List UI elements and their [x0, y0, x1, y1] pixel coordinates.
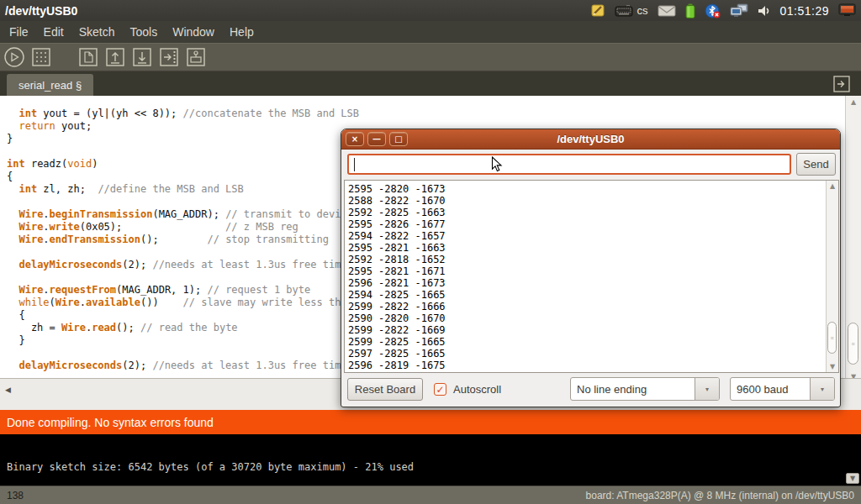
baud-rate-value: 9600 baud	[731, 378, 810, 400]
mail-icon[interactable]	[658, 5, 676, 17]
chevron-down-icon[interactable]: ▾	[810, 378, 834, 400]
tab-bar: serial_read §	[0, 71, 861, 96]
upload-button[interactable]	[158, 46, 180, 68]
grip-icon: ≡	[851, 343, 854, 345]
menu-item-edit[interactable]: Edit	[38, 23, 70, 41]
serial-line: 2594 -2825 -1665	[348, 289, 821, 301]
text-caret	[354, 158, 355, 171]
network-icon[interactable]	[730, 3, 748, 18]
menu-item-tools[interactable]: Tools	[124, 23, 164, 41]
grip-icon: ≡	[830, 337, 833, 339]
send-button[interactable]: Send	[796, 153, 836, 176]
window-controls: × — □	[346, 132, 408, 146]
save-sketch-button[interactable]	[131, 46, 153, 68]
serial-line: 2597 -2825 -1665	[348, 348, 821, 360]
line-ending-select[interactable]: No line ending ▾	[570, 377, 720, 401]
serial-monitor-controls: Reset Board ✓ Autoscroll No line ending …	[341, 373, 840, 408]
serial-line: 2595 -2821 -1671	[348, 265, 821, 277]
system-tray: cs 01:51:29	[591, 3, 857, 18]
serial-line: 2595 -2826 -1677	[348, 218, 821, 230]
verify-button[interactable]	[3, 46, 25, 68]
board-info: board: ATmega328P(A) @ 8 MHz (internal) …	[586, 490, 854, 501]
serial-line: 2599 -2822 -1669	[348, 324, 821, 336]
serial-line: 2592 -2825 -1663	[348, 207, 821, 218]
clock[interactable]: 01:51:29	[780, 4, 830, 18]
open-sketch-button[interactable]	[104, 46, 126, 68]
serial-line: 2595 -2820 -1673	[348, 183, 821, 195]
serial-vertical-scrollbar[interactable]: ▲ ≡ ▼	[826, 181, 838, 372]
scroll-up-icon[interactable]: ▲	[846, 97, 861, 108]
tab-menu-icon[interactable]	[832, 75, 851, 93]
serial-monitor-titlebar[interactable]: /dev/ttyUSB0 × — □	[341, 129, 840, 150]
new-sketch-button[interactable]	[77, 46, 99, 68]
line-ending-value: No line ending	[571, 378, 695, 400]
scroll-left-icon[interactable]: ◀	[5, 386, 11, 394]
top-panel: /dev/ttyUSB0 cs 01:51:29	[0, 0, 861, 21]
keyboard-layout-icon[interactable]	[615, 5, 633, 17]
serial-line: 2599 -2822 -1666	[348, 301, 821, 312]
compile-status-bar: Done compiling. No syntax errors found	[0, 410, 861, 434]
keyboard-layout-label[interactable]: cs	[637, 4, 648, 17]
serial-monitor-window: /dev/ttyUSB0 × — □ Send 2595 -2820 -1673…	[341, 129, 841, 407]
tab-label: serial_read §	[18, 79, 82, 92]
serial-line: 2592 -2818 -1652	[348, 254, 821, 265]
serial-line: 2596 -2819 -1675	[348, 360, 821, 371]
serial-monitor-button[interactable]	[185, 46, 207, 68]
mouse-cursor	[491, 156, 503, 176]
autoscroll-checkbox[interactable]: ✓	[434, 383, 446, 396]
tab-serial-read[interactable]: serial_read §	[7, 74, 93, 96]
minimize-icon[interactable]: —	[367, 132, 386, 146]
serial-monitor-title: /dev/ttyUSB0	[341, 133, 840, 145]
serial-line: 2594 -2822 -1657	[348, 230, 821, 242]
menu-item-help[interactable]: Help	[224, 23, 260, 41]
editor-scrollbar-thumb[interactable]: ≡	[848, 323, 858, 365]
code-line: int yout = (yl|(yh << 8)); //concatenate…	[7, 108, 845, 120]
battery-icon[interactable]	[685, 3, 695, 18]
check-icon: ✓	[436, 384, 444, 396]
note-icon[interactable]	[591, 3, 605, 18]
serial-line: 2588 -2822 -1670	[348, 195, 821, 207]
console-output: Binary sketch size: 6542 bytes (of a 307…	[7, 461, 414, 473]
build-console[interactable]: Binary sketch size: 6542 bytes (of a 307…	[0, 434, 861, 486]
autoscroll-label: Autoscroll	[453, 383, 501, 396]
menu-item-sketch[interactable]: Sketch	[73, 23, 121, 41]
toolbar	[0, 43, 861, 71]
send-button-label: Send	[803, 158, 828, 171]
serial-lines: 2595 -2820 -16732588 -2822 -16702592 -28…	[345, 181, 825, 372]
serial-output-area[interactable]: 2595 -2820 -16732588 -2822 -16702592 -28…	[344, 180, 839, 373]
scroll-down-icon[interactable]: ▼	[827, 361, 838, 372]
console-scroll-down-icon[interactable]: ▼	[846, 473, 859, 484]
serial-input[interactable]	[347, 154, 791, 175]
menubar: FileEditSketchToolsWindowHelp	[0, 21, 861, 43]
stop-button[interactable]	[30, 46, 52, 68]
serial-line: 2595 -2821 -1663	[348, 242, 821, 254]
serial-line: 2596 -2821 -1673	[348, 277, 821, 289]
close-icon[interactable]: ×	[346, 132, 364, 146]
serial-line: 2599 -2825 -1665	[348, 336, 821, 348]
chevron-down-icon[interactable]: ▾	[695, 378, 719, 400]
serial-line: 2590 -2820 -1670	[348, 312, 821, 324]
volume-icon[interactable]	[758, 4, 771, 18]
scroll-up-icon[interactable]: ▲	[827, 181, 838, 192]
editor-vertical-scrollbar[interactable]: ▲ ≡ ▼	[845, 96, 861, 383]
line-number: 138	[7, 490, 24, 501]
reset-board-label: Reset Board	[355, 383, 415, 396]
panel-app-title: /dev/ttyUSB0	[5, 4, 77, 18]
ide-status-bar: 138 board: ATmega328P(A) @ 8 MHz (intern…	[0, 486, 861, 504]
menu-item-window[interactable]: Window	[166, 23, 220, 41]
bluetooth-icon[interactable]	[705, 3, 721, 18]
reset-board-button[interactable]: Reset Board	[347, 378, 423, 401]
session-menu-icon[interactable]	[838, 3, 856, 18]
serial-scrollbar-thumb[interactable]: ≡	[827, 322, 837, 354]
maximize-icon[interactable]: □	[389, 132, 408, 146]
baud-rate-select[interactable]: 9600 baud ▾	[730, 377, 835, 401]
compile-status-message: Done compiling. No syntax errors found	[7, 416, 214, 429]
menu-item-file[interactable]: File	[3, 23, 34, 41]
